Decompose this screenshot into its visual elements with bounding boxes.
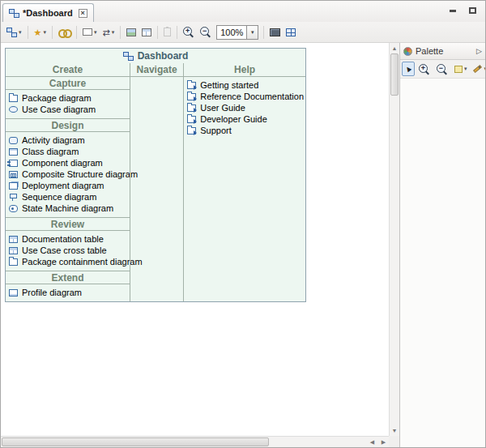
- grid-icon: [286, 28, 296, 36]
- capture-section-header: Capture: [6, 77, 130, 90]
- dashboard-item[interactable]: User Guide: [184, 102, 305, 113]
- scroll-left-icon[interactable]: ◀: [367, 437, 377, 447]
- dashboard-item[interactable]: Sequence diagram: [6, 191, 130, 203]
- scroll-down-icon[interactable]: ▼: [390, 425, 399, 436]
- dashboard-item-label: Package containment diagram: [22, 257, 143, 267]
- horizontal-scroll-thumb[interactable]: [2, 437, 269, 446]
- dashboard-item[interactable]: Deployment diagram: [6, 180, 130, 191]
- dashboard-item-label: Package diagram: [22, 93, 92, 103]
- palette-header[interactable]: Palette ▷: [400, 43, 485, 60]
- toolbar-separator: [76, 26, 77, 39]
- review-items: Documentation tableUse Case cross tableP…: [6, 231, 130, 271]
- dashboard-item[interactable]: Profile diagram: [6, 287, 130, 298]
- toolbar-separator: [157, 26, 158, 39]
- state-machine-diagram-icon: [9, 205, 18, 212]
- editor-tab-dashboard[interactable]: *Dashboard ×: [2, 3, 94, 22]
- hierarchy-tool-button[interactable]: ▾: [4, 24, 24, 41]
- maximize-icon: [469, 7, 476, 14]
- routing-tool-button[interactable]: ⇄▾: [100, 24, 117, 41]
- grid-tool-button[interactable]: [284, 24, 298, 41]
- palette-body[interactable]: [400, 79, 485, 447]
- dashboard-item-label: Use Case diagram: [22, 105, 96, 114]
- dashboard-item[interactable]: Getting started: [184, 79, 305, 91]
- dashboard-item[interactable]: State Machine diagram: [6, 203, 130, 214]
- dashboard-item-label: State Machine diagram: [22, 203, 113, 213]
- zoom-level-combo[interactable]: 100% ▾: [216, 25, 258, 40]
- dashboard-item[interactable]: Composite Structure diagram: [6, 169, 130, 180]
- help-folder-icon: [187, 127, 196, 134]
- note-tool-button[interactable]: ▾: [452, 62, 470, 76]
- dashboard-item-label: Developer Guide: [200, 114, 267, 124]
- link-tool-button[interactable]: [56, 24, 73, 41]
- dashboard-item[interactable]: Activity diagram: [6, 134, 130, 146]
- note-tool-icon: [454, 66, 463, 73]
- section-extend: Extend Profile diagram: [6, 271, 130, 301]
- class-diagram-icon: [9, 148, 18, 156]
- dashboard-item-label: Class diagram: [22, 147, 79, 156]
- workbench-window: *Dashboard × ▾ ★▾ ▾ ⇄▾ 100% ▾: [0, 0, 486, 448]
- dashboard-item[interactable]: Package containment diagram: [6, 256, 130, 267]
- design-items: Activity diagramClass diagramComponent d…: [6, 132, 130, 218]
- vertical-scroll-thumb[interactable]: [390, 53, 399, 96]
- help-folder-icon: [187, 93, 196, 100]
- dashboard-item[interactable]: Developer Guide: [184, 113, 305, 125]
- component-diagram-icon: [9, 160, 18, 167]
- palette-zoom-out-icon: [437, 64, 448, 75]
- dashboard-item[interactable]: Component diagram: [6, 157, 130, 169]
- chevron-down-icon: ▾: [464, 66, 467, 72]
- table-tool-button[interactable]: [139, 24, 154, 41]
- dashboard-item-label: Composite Structure diagram: [22, 169, 138, 179]
- toolbar-separator: [120, 26, 121, 39]
- dashboard-item[interactable]: Reference Documentation: [184, 91, 305, 102]
- dashboard-item[interactable]: Package diagram: [6, 92, 130, 104]
- dashboard-column-navigate: Navigate: [130, 63, 184, 301]
- clipboard-icon: [164, 28, 171, 36]
- palette-zoom-out-button[interactable]: [434, 62, 450, 76]
- palette-zoom-in-icon: [419, 64, 430, 75]
- dashboard-item[interactable]: Documentation table: [6, 233, 130, 245]
- zoom-out-button[interactable]: [198, 24, 214, 41]
- vertical-scrollbar[interactable]: ▲ ▼: [389, 43, 399, 436]
- screenshot-tool-button[interactable]: [267, 24, 283, 41]
- scroll-right-icon[interactable]: ▶: [378, 437, 389, 447]
- dashboard-item-label: Activity diagram: [22, 135, 85, 145]
- scroll-up-icon[interactable]: ▲: [390, 43, 399, 53]
- horizontal-scrollbar[interactable]: ◀ ▶: [1, 436, 389, 447]
- pencil-tool-button[interactable]: ▾: [471, 62, 486, 76]
- minimize-view-button[interactable]: [446, 5, 459, 16]
- editor-tab-bar: *Dashboard ×: [1, 1, 485, 22]
- dashboard-item[interactable]: Use Case cross table: [6, 245, 130, 256]
- help-folder-icon: [187, 82, 196, 89]
- activity-diagram-icon: [9, 137, 18, 144]
- tab-close-icon[interactable]: ×: [79, 9, 87, 18]
- dashboard-item[interactable]: Use Case diagram: [6, 104, 130, 115]
- toolbar-separator: [177, 26, 177, 39]
- zoom-dropdown-button[interactable]: ▾: [246, 26, 258, 39]
- dashboard-item-label: User Guide: [200, 103, 245, 113]
- dashboard-item-label: Profile diagram: [22, 288, 82, 297]
- zoom-in-button[interactable]: [181, 24, 197, 41]
- diagram-canvas-area: Dashboard Create Capture Package diagram…: [1, 43, 399, 447]
- zoom-in-icon: [183, 27, 194, 37]
- documentation-table-icon: [9, 236, 18, 243]
- diagram-canvas[interactable]: Dashboard Create Capture Package diagram…: [1, 43, 389, 436]
- dashboard-item[interactable]: Class diagram: [6, 146, 130, 157]
- selection-tool-button[interactable]: ▲: [402, 62, 415, 76]
- diagram-hierarchy-icon: [6, 28, 17, 37]
- shape-tool-button[interactable]: ▾: [80, 24, 100, 41]
- palette-zoom-in-button[interactable]: [416, 62, 433, 76]
- section-design: Design Activity diagramClass diagramComp…: [6, 119, 130, 218]
- design-section-header: Design: [6, 119, 130, 132]
- palette-expand-icon[interactable]: ▷: [476, 47, 482, 55]
- palette-panel: Palette ▷ ▲ ▾ ▾: [399, 43, 485, 447]
- clipboard-tool-button: [161, 24, 173, 41]
- image-tool-button[interactable]: [124, 24, 139, 41]
- dashboard-column-create: Create Capture Package diagramUse Case d…: [6, 63, 130, 301]
- dashboard-item-label: Reference Documentation: [200, 92, 304, 101]
- toolbar-separator: [52, 26, 53, 39]
- dashboard-item[interactable]: Support: [184, 125, 305, 136]
- dashboard-widget[interactable]: Dashboard Create Capture Package diagram…: [5, 48, 306, 302]
- maximize-view-button[interactable]: [466, 5, 479, 16]
- dashboard-title: Dashboard: [138, 50, 189, 62]
- appearance-tool-button[interactable]: ★▾: [32, 24, 49, 41]
